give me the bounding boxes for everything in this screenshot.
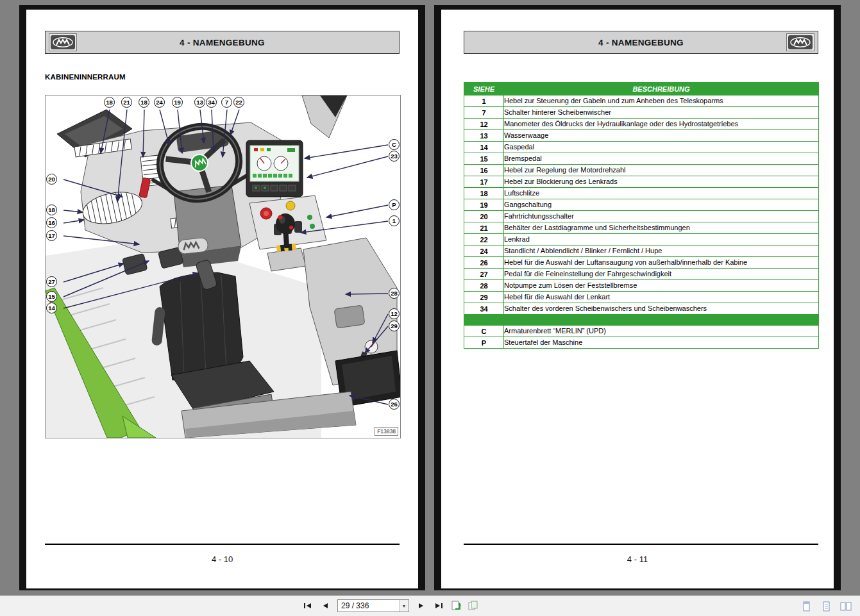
chapter-title: 4 - NAMENGEBUNG	[46, 38, 399, 47]
duplicate-view-icon	[468, 601, 478, 611]
table-row: 14Gaspedal	[464, 142, 819, 153]
previous-page-button[interactable]	[317, 599, 333, 613]
description-cell: Hebel zur Regelung der Motordrehzahl	[504, 165, 819, 176]
previous-page-icon	[322, 603, 328, 609]
table-row: 24Standlicht / Abblendlicht / Blinker / …	[464, 246, 819, 257]
callout-C: C	[389, 139, 400, 150]
table-row: CArmaturenbrett “MERLIN” (UPD)	[464, 326, 819, 337]
chevron-down-icon: ▼	[402, 604, 407, 608]
table-row: 26Hebel für die Auswahl der Luftansaugun…	[464, 257, 819, 269]
callout-18b: 18	[139, 97, 149, 108]
merlo-logo-icon	[788, 35, 813, 49]
ref-number-cell: 22	[464, 234, 504, 246]
callout-7: 7	[221, 97, 232, 108]
table-row: 15Bremspedal	[464, 153, 819, 165]
ref-number-cell: 29	[464, 292, 504, 303]
single-page-layout-icon	[802, 601, 811, 612]
description-cell: Wasserwaage	[504, 130, 819, 142]
callout-18c: 18	[46, 204, 57, 215]
callout-26: 26	[389, 399, 400, 410]
table-row: 29Hebel für die Auswahl der Lenkart	[464, 292, 819, 303]
col-header-beschreibung: BESCHREIBUNG	[504, 83, 819, 96]
page-dropdown-button[interactable]: ▼	[399, 600, 409, 612]
callout-34: 34	[206, 97, 217, 108]
ref-number-cell: 27	[464, 269, 504, 280]
ref-number-cell: 1	[464, 96, 504, 107]
callout-P: P	[389, 199, 400, 210]
table-row: 19Gangschaltung	[464, 199, 819, 211]
ref-number-cell: 16	[464, 165, 504, 176]
callout-12: 12	[389, 308, 400, 319]
first-page-button[interactable]	[300, 599, 316, 613]
callout-15: 15	[46, 291, 57, 302]
ref-number-cell: 26	[464, 257, 504, 269]
table-row: 21Behälter der Lastdiagramme und Sicherh…	[464, 222, 819, 234]
next-page-icon	[418, 603, 425, 609]
description-cell: Armaturenbrett “MERLIN” (UPD)	[504, 326, 819, 337]
callout-27: 27	[46, 276, 57, 287]
callout-20: 20	[46, 174, 57, 185]
page-header-bar: 4 - NAMENGEBUNG	[45, 31, 400, 54]
ref-number-cell: 34	[464, 303, 504, 315]
table-row: 20Fahrtrichtungsschalter	[464, 211, 819, 222]
copy-page-button[interactable]	[448, 599, 464, 613]
ref-number-cell: 18	[464, 188, 504, 199]
page-navigation-group: ▼	[300, 599, 481, 613]
description-cell: Hebel zur Steuerung der Gabeln und zum A…	[504, 96, 819, 107]
chapter-title: 4 - NAMENGEBUNG	[464, 38, 818, 47]
ref-number-cell: 24	[464, 246, 504, 257]
description-cell: Gaspedal	[504, 142, 819, 153]
table-header-row: SIEHE BESCHREIBUNG	[464, 83, 819, 96]
description-cell: Manometer des Öldrucks der Hydraulikanla…	[504, 119, 819, 130]
table-row: 1Hebel zur Steuerung der Gabeln und zum …	[464, 96, 819, 107]
last-page-button[interactable]	[431, 599, 446, 613]
ref-number-cell: 19	[464, 199, 504, 211]
next-page-button[interactable]	[414, 599, 429, 613]
single-page-layout-button[interactable]	[798, 599, 814, 613]
ref-number-cell: 13	[464, 130, 504, 142]
description-cell: Standlicht / Abblendlicht / Blinker / Fe…	[504, 246, 819, 257]
figure-reference: F13838	[375, 427, 398, 436]
callout-17: 17	[46, 230, 57, 241]
description-cell: Gangschaltung	[504, 199, 819, 211]
facing-pages-layout-button[interactable]	[838, 599, 854, 613]
ref-number-cell: 28	[464, 280, 504, 292]
callout-22: 22	[233, 97, 244, 108]
table-row: 16Hebel zur Regelung der Motordrehzahl	[464, 165, 819, 176]
first-page-icon	[304, 603, 312, 609]
duplicate-view-button[interactable]	[466, 599, 481, 613]
callout-18: 18	[104, 97, 115, 108]
description-table: SIEHE BESCHREIBUNG 1Hebel zur Steuerung …	[464, 82, 819, 349]
ref-number-cell: C	[464, 326, 504, 337]
ref-number-cell: P	[464, 337, 504, 349]
callout-21: 21	[121, 97, 132, 108]
footer-rule	[464, 544, 818, 545]
callout-16: 16	[46, 217, 57, 228]
callout-13: 13	[194, 97, 205, 108]
ref-number-cell: 12	[464, 119, 504, 130]
description-cell: Fahrtrichtungsschalter	[504, 211, 819, 222]
continuous-layout-button[interactable]	[818, 599, 834, 613]
document-page-right: 4 - NAMENGEBUNG SIEHE BESCHREIBUNG 1Hebe…	[434, 5, 841, 590]
table-row: 12Manometer des Öldrucks der Hydraulikan…	[464, 119, 819, 130]
table-row: 7Schalter hinterer Scheibenwischer	[464, 107, 819, 119]
callout-14: 14	[46, 303, 57, 313]
callout-19: 19	[172, 97, 183, 108]
document-page-left: 4 - NAMENGEBUNG KABINENINNERRAUM	[19, 5, 425, 590]
page-number: 4 - 11	[441, 554, 834, 564]
section-title: KABINENINNERRAUM	[45, 73, 126, 81]
ref-number-cell: 7	[464, 107, 504, 119]
viewer-toolbar: ▼	[0, 595, 860, 616]
page-number-input[interactable]	[338, 600, 399, 612]
page-header-bar: 4 - NAMENGEBUNG	[464, 31, 818, 54]
ref-number-cell: 15	[464, 153, 504, 165]
ref-number-cell: 21	[464, 222, 504, 234]
cab-interior-figure: 18 21 18 24 19 13 34 7 22 20 18 16 17 27…	[45, 95, 401, 438]
ref-number-cell: 20	[464, 211, 504, 222]
table-row: 27Pedal für die Feineinstellung der Fahr…	[464, 269, 819, 280]
col-header-siehe: SIEHE	[464, 83, 504, 96]
description-cell: Hebel zur Blockierung des Lenkrads	[504, 176, 819, 188]
copy-page-icon	[451, 601, 461, 611]
ref-number-cell: 14	[464, 142, 504, 153]
continuous-layout-icon	[822, 601, 831, 612]
